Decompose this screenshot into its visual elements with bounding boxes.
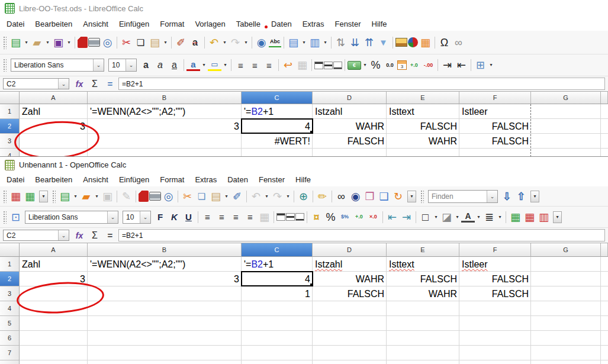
menu-item[interactable]: Daten [266,18,297,30]
column-header-a[interactable]: A [20,243,88,257]
toolbar-overflow-icon[interactable]: ▾ [553,211,562,223]
spreadsheet-grid[interactable]: A B C D E F G 1 2 3 4 Zahl '=WENN(A2<>""… [0,91,608,156]
cell-c1[interactable]: '=B2+1 [242,257,313,272]
cell-f3[interactable]: FALSCH [459,134,531,149]
page-preview-icon[interactable]: ◎ [162,189,175,204]
paste-dropdown-icon[interactable]: ▾ [223,189,230,204]
borders-icon[interactable]: □ [419,210,432,224]
name-box[interactable]: C2 ⌄ [3,230,69,241]
menu-item[interactable]: Ansicht [78,18,114,30]
styles-window-icon[interactable]: ⊡ [9,210,22,224]
toolbar-overflow-icon[interactable]: ▾ [39,191,48,202]
table-red-icon[interactable]: ▦ [9,189,22,204]
chevron-down-icon[interactable]: ⌄ [58,230,69,240]
print-icon[interactable] [88,38,100,47]
cell-d1[interactable]: Istzahl [313,104,387,119]
new-dropdown-icon[interactable]: ▾ [72,189,79,204]
cell-e2[interactable]: FALSCH [387,272,459,286]
fill-handle[interactable] [310,284,313,286]
date-format-icon[interactable]: 3 [397,60,407,70]
toolbar-overflow-icon[interactable]: ▾ [407,191,416,202]
cell-f2[interactable]: FALSCH [459,119,531,134]
add-decimal-icon[interactable]: +.0 [352,210,366,224]
align-justified-icon[interactable]: ≡ [243,210,257,224]
bold-icon[interactable]: F [153,210,167,224]
undo-dropdown-icon[interactable]: ▾ [263,189,270,204]
currency-dropdown-icon[interactable]: ▾ [362,58,368,72]
chevron-down-icon[interactable]: ⌄ [58,79,69,89]
row-header-2[interactable]: 2 [0,272,20,286]
save-dropdown-icon[interactable]: ▾ [66,36,72,50]
cell-f1[interactable]: Istleer [459,104,531,119]
cell-c3[interactable]: 1 [242,286,313,301]
undo-icon[interactable]: ↶ [249,189,263,204]
standard-format-icon[interactable]: $% [338,210,352,224]
align-center-icon[interactable]: ≡ [248,58,262,72]
chevron-down-icon[interactable]: ⌄ [487,191,497,202]
gallery-icon[interactable]: ❐ [363,189,377,204]
redo-icon[interactable]: ↷ [271,189,284,204]
cell-b2[interactable]: 3 [88,119,242,134]
font-size-select[interactable]: 10 ⌄ [108,59,137,72]
equals-icon[interactable]: = [103,230,117,240]
menu-item[interactable]: Hilfe [366,18,393,30]
fill-handle[interactable] [310,131,313,134]
align-bottom-icon[interactable] [295,213,304,221]
hyperlink-icon[interactable]: ⊕ [297,189,310,204]
cell-e1[interactable]: Isttext [387,104,459,119]
rows-icon[interactable]: ▤ [287,36,300,50]
cell-f2[interactable]: FALSCH [459,272,531,286]
menu-item[interactable]: Einfügen [114,18,155,30]
chevron-down-icon[interactable]: ⌄ [126,59,136,71]
currency-format-icon[interactable]: ¤ [310,210,323,224]
cell-e1[interactable]: Isttext [387,257,459,272]
export-pdf-icon[interactable] [139,191,149,202]
font-color-icon[interactable]: A [461,211,475,223]
italic-icon[interactable]: a [153,58,167,72]
open-dropdown-icon[interactable]: ▾ [94,189,100,204]
save-icon[interactable]: ▣ [101,189,114,204]
equals-icon[interactable]: = [103,79,117,89]
align-vcenter-icon[interactable] [286,213,295,221]
formula-input[interactable]: =B2+1 [118,78,605,90]
align-left-icon[interactable]: ≡ [234,58,247,72]
column-header-partial[interactable] [601,92,608,104]
cell-b2[interactable]: 3 [88,272,242,286]
function-wizard-icon[interactable]: fx [72,79,86,89]
column-header-b[interactable]: B [88,92,242,104]
column-header-d[interactable]: D [313,243,387,257]
align-right-icon[interactable]: ≡ [229,210,243,224]
sort-ascending-icon[interactable]: ⇈ [362,36,376,50]
italic-icon[interactable]: K [168,210,181,224]
undo-icon[interactable]: ↶ [207,36,221,50]
font-name-select[interactable]: Liberation Sans ⌄ [11,59,104,72]
sum-icon[interactable]: Σ [88,79,102,89]
formula-input[interactable]: =B2+1 [118,229,605,241]
cell-d2[interactable]: WAHR [313,272,387,286]
clone-formatting-icon[interactable]: ✐ [174,36,188,50]
delete-decimal-icon[interactable]: ×.0 [366,210,380,224]
pivot-table-icon[interactable]: ▦ [419,36,432,50]
sum-icon[interactable]: Σ [88,230,102,241]
font-color-icon[interactable]: a [186,59,200,71]
align-top-icon[interactable] [314,62,323,69]
menu-item[interactable]: Hilfe [290,173,316,186]
cell-d3[interactable]: FALSCH [313,134,387,149]
row-header-7[interactable]: 7 [0,346,20,360]
print-icon[interactable] [149,192,161,201]
align-bottom-icon[interactable] [333,62,342,69]
special-character-icon[interactable]: Ω [437,36,451,50]
borders-dropdown-icon[interactable]: ▾ [488,58,494,72]
menu-item[interactable]: Format [155,173,189,186]
number-format-icon[interactable]: 0.0 [383,58,397,72]
delete-decimal-icon[interactable]: -.00 [422,58,435,72]
column-header-b[interactable]: B [88,243,242,257]
new-document-icon[interactable]: ▤ [9,36,22,50]
column-header-f[interactable]: F [459,243,531,257]
delete-columns-icon[interactable]: ▥ [537,210,551,224]
font-color-dropdown-icon[interactable]: ▾ [475,210,482,224]
menu-item[interactable]: Format [155,18,189,30]
delete-rows-icon[interactable]: ▦ [523,210,536,224]
new-document-icon[interactable]: ▤ [58,189,72,204]
clear-formatting-icon[interactable]: a [188,36,202,50]
